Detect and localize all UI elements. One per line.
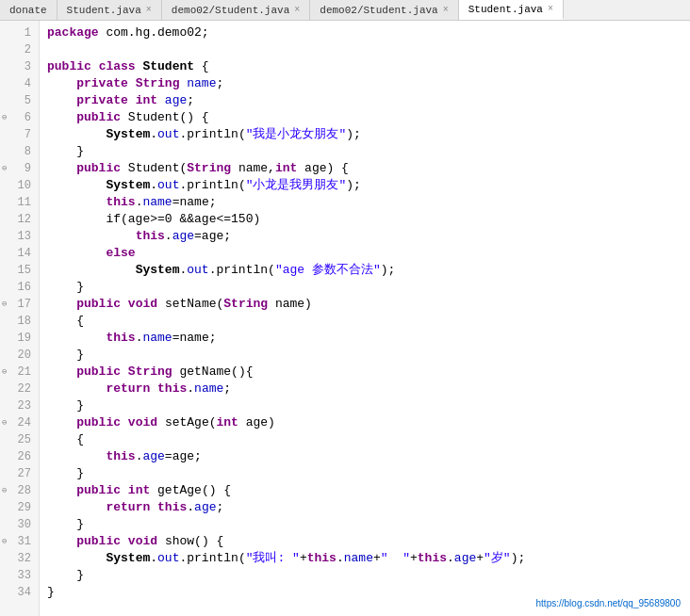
tab-demo02-student1[interactable]: demo02/Student.java × bbox=[162, 0, 310, 20]
tab-student2[interactable]: Student.java × bbox=[459, 0, 564, 20]
code-line-11: this.name=name; bbox=[47, 194, 682, 211]
line-num-33: 33 bbox=[0, 567, 39, 584]
code-line-26: this.age=age; bbox=[47, 448, 682, 465]
line-num-9[interactable]: ⊖9 bbox=[0, 160, 39, 177]
tab-bar: donate Student.java × demo02/Student.jav… bbox=[0, 0, 690, 21]
line-num-27: 27 bbox=[0, 465, 39, 482]
line-num-24[interactable]: ⊖24 bbox=[0, 414, 39, 431]
tab-label: Student.java bbox=[67, 5, 141, 16]
line-num-2: 2 bbox=[0, 41, 39, 58]
code-line-23: } bbox=[47, 397, 682, 414]
code-line-18: { bbox=[47, 313, 682, 330]
code-line-19: this.name=name; bbox=[47, 330, 682, 347]
line-num-26: 26 bbox=[0, 448, 39, 465]
tab-close-icon[interactable]: × bbox=[548, 4, 553, 14]
code-line-33: } bbox=[47, 567, 682, 584]
line-num-7: 7 bbox=[0, 126, 39, 143]
code-line-31: public void show() { bbox=[47, 533, 682, 550]
line-num-13: 13 bbox=[0, 228, 39, 245]
line-num-1: 1 bbox=[0, 24, 39, 41]
tab-student1[interactable]: Student.java × bbox=[58, 0, 162, 20]
code-line-2 bbox=[47, 41, 682, 58]
line-num-28[interactable]: ⊖28 bbox=[0, 482, 39, 499]
code-line-20: } bbox=[47, 347, 682, 364]
code-line-5: private int age; bbox=[47, 92, 682, 109]
code-line-17: public void setName(String name) bbox=[47, 296, 682, 313]
line-num-17[interactable]: ⊖17 bbox=[0, 296, 39, 313]
line-num-19: 19 bbox=[0, 330, 39, 347]
line-num-30: 30 bbox=[0, 516, 39, 533]
code-line-28: public int getAge() { bbox=[47, 482, 682, 499]
code-line-1: package com.hg.demo02; bbox=[47, 24, 682, 41]
line-num-34: 34 bbox=[0, 584, 39, 601]
code-line-3: public class Student { bbox=[47, 58, 682, 75]
code-line-27: } bbox=[47, 465, 682, 482]
code-line-24: public void setAge(int age) bbox=[47, 414, 682, 431]
code-line-8: } bbox=[47, 143, 682, 160]
code-line-29: return this.age; bbox=[47, 499, 682, 516]
code-line-16: } bbox=[47, 279, 682, 296]
code-line-9: public Student(String name,int age) { bbox=[47, 160, 682, 177]
code-line-30: } bbox=[47, 516, 682, 533]
watermark: https://blog.csdn.net/qq_95689800 bbox=[536, 598, 681, 608]
line-num-14: 14 bbox=[0, 245, 39, 262]
line-num-5: 5 bbox=[0, 92, 39, 109]
line-num-16: 16 bbox=[0, 279, 39, 296]
code-line-14: else bbox=[47, 245, 682, 262]
line-num-29: 29 bbox=[0, 499, 39, 516]
tab-close-icon[interactable]: × bbox=[443, 5, 449, 15]
tab-label: donate bbox=[9, 5, 47, 16]
code-line-15: System.out.println("age 参数不合法"); bbox=[47, 262, 682, 279]
code-area[interactable]: package com.hg.demo02; public class Stud… bbox=[40, 21, 690, 616]
line-num-12: 12 bbox=[0, 211, 39, 228]
line-num-21[interactable]: ⊖21 bbox=[0, 364, 39, 381]
line-num-20: 20 bbox=[0, 347, 39, 364]
code-line-22: return this.name; bbox=[47, 381, 682, 397]
line-num-32: 32 bbox=[0, 550, 39, 567]
tab-label: Student.java bbox=[468, 4, 543, 15]
line-num-15: 15 bbox=[0, 262, 39, 279]
line-num-22: 22 bbox=[0, 381, 39, 397]
tab-label: demo02/Student.java bbox=[320, 5, 437, 16]
line-num-8: 8 bbox=[0, 143, 39, 160]
line-num-11: 11 bbox=[0, 194, 39, 211]
tab-close-icon[interactable]: × bbox=[294, 5, 300, 15]
line-num-4: 4 bbox=[0, 75, 39, 92]
code-line-4: private String name; bbox=[47, 75, 682, 92]
line-num-6[interactable]: ⊖6 bbox=[0, 109, 39, 126]
line-num-25: 25 bbox=[0, 431, 39, 448]
code-line-25: { bbox=[47, 431, 682, 448]
code-line-32: System.out.println("我叫: "+this.name+" "+… bbox=[47, 550, 682, 567]
line-num-31[interactable]: ⊖31 bbox=[0, 533, 39, 550]
code-line-13: this.age=age; bbox=[47, 228, 682, 245]
tab-donate[interactable]: donate bbox=[0, 0, 58, 20]
code-line-21: public String getName(){ bbox=[47, 364, 682, 381]
code-line-12: if(age>=0 &&age<=150) bbox=[47, 211, 682, 228]
line-num-10: 10 bbox=[0, 177, 39, 194]
code-line-7: System.out.println("我是小龙女朋友"); bbox=[47, 126, 682, 143]
code-line-10: System.out.println("小龙是我男朋友"); bbox=[47, 177, 682, 194]
line-num-3: 3 bbox=[0, 58, 39, 75]
line-num-23: 23 bbox=[0, 397, 39, 414]
line-num-18: 18 bbox=[0, 313, 39, 330]
tab-label: demo02/Student.java bbox=[172, 5, 289, 16]
code-line-6: public Student() { bbox=[47, 109, 682, 126]
line-numbers: 1 2 3 4 5 ⊖6 7 8 ⊖9 10 11 12 13 14 15 16… bbox=[0, 21, 40, 616]
tab-demo02-student2[interactable]: demo02/Student.java × bbox=[310, 0, 458, 20]
editor-container: 1 2 3 4 5 ⊖6 7 8 ⊖9 10 11 12 13 14 15 16… bbox=[0, 21, 690, 616]
tab-close-icon[interactable]: × bbox=[146, 5, 152, 15]
